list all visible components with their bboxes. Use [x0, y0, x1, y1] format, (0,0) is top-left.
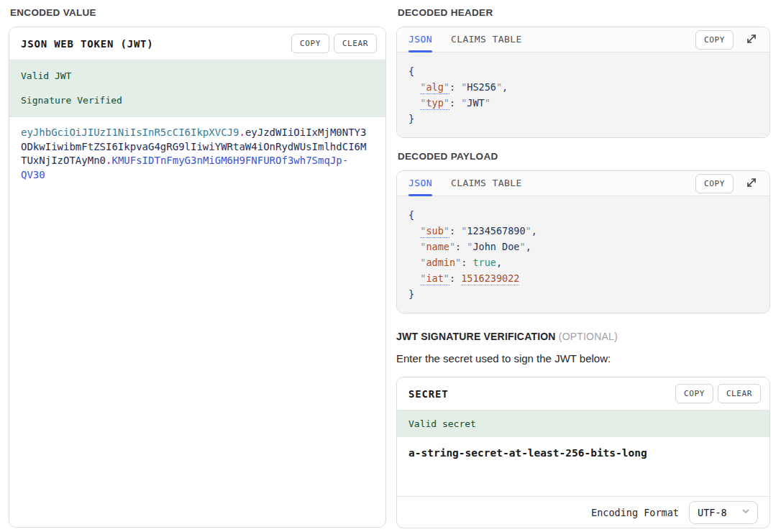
- token-separator-1: .: [239, 127, 245, 138]
- encoded-card-header: JSON WEB TOKEN (JWT) COPY CLEAR: [9, 27, 385, 60]
- decoded-payload-heading: DECODED PAYLOAD: [398, 150, 770, 164]
- json-line: "name": "John Doe",: [408, 239, 758, 254]
- secret-card: SECRET COPY CLEAR Valid secret a-string-…: [396, 377, 770, 528]
- tab-header-claims-table[interactable]: CLAIMS TABLE: [451, 27, 522, 52]
- json-line: "iat": 1516239022: [408, 270, 758, 286]
- json-line: }: [408, 111, 758, 127]
- json-line: {: [408, 207, 758, 223]
- tab-header-json[interactable]: JSON: [408, 27, 432, 52]
- encoded-value-heading: ENCODED VALUE: [10, 6, 386, 20]
- json-line: "typ": "JWT": [408, 95, 758, 111]
- decoded-header-card: JSON CLAIMS TABLE COPY {"alg": "HS256","…: [396, 27, 770, 138]
- encoded-card-title: JSON WEB TOKEN (JWT): [21, 38, 154, 50]
- clear-secret-button[interactable]: CLEAR: [718, 384, 761, 403]
- decoded-header-heading: DECODED HEADER: [398, 6, 770, 20]
- chevron-down-icon: [741, 506, 751, 518]
- json-line: "admin": true,: [408, 254, 758, 270]
- jwt-debugger-page: ENCODED VALUE JSON WEB TOKEN (JWT) COPY …: [0, 0, 781, 528]
- decoded-column: DECODED HEADER JSON CLAIMS TABLE COPY {"…: [396, 6, 770, 528]
- expand-payload-button[interactable]: [741, 173, 762, 194]
- token-status-banner: Valid JWT Signature Verified: [9, 60, 385, 117]
- decoded-header-tabs: JSON CLAIMS TABLE COPY: [397, 27, 769, 52]
- json-key: "typ": [420, 97, 449, 110]
- json-line: {: [408, 63, 758, 79]
- signature-verified-status: Signature Verified: [21, 94, 374, 107]
- secret-card-actions: COPY CLEAR: [675, 384, 761, 403]
- copy-header-button[interactable]: COPY: [695, 30, 734, 50]
- optional-badge: (OPTIONAL): [559, 331, 618, 342]
- expand-header-button[interactable]: [741, 29, 762, 50]
- decoded-payload-tabs: JSON CLAIMS TABLE COPY: [397, 171, 769, 196]
- copy-secret-button[interactable]: COPY: [675, 384, 713, 403]
- decoded-payload-json-editor[interactable]: {"sub": "1234567890","name": "John Doe",…: [397, 196, 769, 313]
- secret-status-banner: Valid secret: [397, 411, 769, 437]
- json-key: "iat": [420, 272, 449, 285]
- tab-payload-claims-table[interactable]: CLAIMS TABLE: [451, 171, 522, 196]
- json-line: "alg": "HS256",: [408, 79, 758, 95]
- decoded-payload-card: JSON CLAIMS TABLE COPY {"sub": "12345678…: [396, 170, 770, 313]
- json-key: "alg": [420, 81, 449, 94]
- expand-icon: [746, 177, 757, 191]
- encoded-card-actions: COPY CLEAR: [291, 34, 377, 53]
- secret-description: Enter the secret used to sign the JWT be…: [396, 352, 770, 367]
- json-line: "sub": "1234567890",: [408, 223, 758, 239]
- signature-verification-heading: JWT SIGNATURE VERIFICATION (OPTIONAL): [396, 331, 770, 345]
- token-editor[interactable]: eyJhbGciOiJIUzI1NiIsInR5cCI6IkpXVCJ9.eyJ…: [9, 117, 385, 527]
- json-key: "name": [420, 241, 455, 252]
- tab-payload-json[interactable]: JSON: [408, 171, 432, 196]
- secret-card-title: SECRET: [408, 388, 448, 400]
- valid-jwt-status: Valid JWT: [21, 70, 374, 83]
- encoded-column: ENCODED VALUE JSON WEB TOKEN (JWT) COPY …: [9, 6, 386, 528]
- encoding-format-label: Encoding Format: [591, 507, 679, 518]
- copy-payload-button[interactable]: COPY: [695, 174, 734, 193]
- clear-token-button[interactable]: CLEAR: [334, 34, 377, 53]
- expand-icon: [746, 33, 757, 47]
- token-header-segment: eyJhbGciOiJIUzI1NiIsInR5cCI6IkpXVCJ9: [21, 127, 239, 138]
- secret-input[interactable]: a-string-secret-at-least-256-bits-long: [397, 437, 769, 496]
- jwt-token-text: eyJhbGciOiJIUzI1NiIsInR5cCI6IkpXVCJ9.eyJ…: [21, 126, 367, 182]
- signature-verification-title: JWT SIGNATURE VERIFICATION: [396, 331, 556, 342]
- encoding-format-select[interactable]: UTF-8: [689, 501, 758, 524]
- json-line: }: [408, 286, 758, 302]
- copy-token-button[interactable]: COPY: [291, 34, 329, 53]
- json-key: "sub": [420, 225, 449, 238]
- secret-card-header: SECRET COPY CLEAR: [397, 377, 769, 411]
- decoded-header-json-editor[interactable]: {"alg": "HS256","typ": "JWT"}: [397, 52, 769, 137]
- json-key: "admin": [420, 257, 461, 268]
- encoded-token-card: JSON WEB TOKEN (JWT) COPY CLEAR Valid JW…: [9, 27, 386, 528]
- spacer: [396, 138, 770, 150]
- encoding-format-value: UTF-8: [698, 507, 727, 518]
- secret-footer: Encoding Format UTF-8: [397, 496, 769, 528]
